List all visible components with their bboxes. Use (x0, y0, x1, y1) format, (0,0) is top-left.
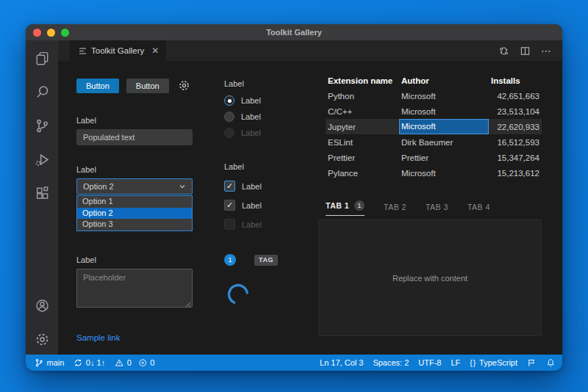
dropdown-select[interactable]: Option 2 (76, 178, 193, 195)
dropdown-value: Option 2 (83, 182, 114, 191)
sample-link[interactable]: Sample link (76, 333, 120, 342)
cell-installs[interactable]: 15,347,264 (489, 153, 542, 162)
cell-name[interactable]: Jupyter (326, 123, 399, 131)
error-icon (138, 358, 148, 368)
primary-button[interactable]: Button (76, 79, 119, 93)
cell-name[interactable]: ESLint (326, 138, 399, 147)
textarea-label: Label (76, 255, 193, 264)
indentation[interactable]: Spaces: 2 (373, 358, 409, 367)
close-window-button[interactable] (33, 29, 41, 37)
tab-3[interactable]: TAB 3 (426, 203, 448, 216)
grid-row-prettier[interactable]: Prettier Prettier 15,347,264 (326, 150, 542, 165)
problems-status[interactable]: 0 0 (115, 358, 154, 368)
eol-sequence[interactable]: LF (451, 358, 461, 367)
cell-name[interactable]: Prettier (326, 153, 399, 162)
bell-icon (546, 358, 556, 368)
title-bar: Toolkit Gallery (26, 24, 562, 40)
cell-author[interactable]: Dirk Baeumer (399, 138, 489, 147)
dropdown-option-2[interactable]: Option 2 (77, 208, 192, 219)
cell-installs[interactable]: 22,620,933 (489, 123, 542, 131)
minimize-window-button[interactable] (47, 29, 55, 37)
more-actions-icon[interactable]: ⋯ (541, 45, 552, 57)
gear-icon-button[interactable] (176, 78, 192, 93)
status-bar: main 0↓ 1↑ 0 0 Ln 17, Col 3 (26, 355, 562, 371)
dropdown-label: Label (76, 165, 193, 174)
run-debug-icon[interactable] (34, 151, 50, 167)
checkbox-checked-icon[interactable]: ✓ (224, 181, 235, 192)
source-control-icon[interactable] (34, 117, 50, 134)
grid-row-jupyter-selected[interactable]: Jupyter Microsoft 22,620,933 (326, 119, 542, 134)
dropdown-option-1[interactable]: Option 1 (77, 196, 192, 208)
sync-icon (74, 358, 83, 368)
grid-header-extension-name: Extension name (326, 76, 399, 85)
text-field-input[interactable] (76, 129, 193, 145)
checkbox-row-focused[interactable]: ✓ Label (224, 181, 323, 192)
column-data-grid: Extension name Author Installs Python Mi… (326, 73, 542, 336)
radio-label: Label (241, 128, 261, 137)
grid-row-eslint[interactable]: ESLint Dirk Baeumer 16,512,593 (326, 134, 542, 150)
tab-4[interactable]: TAB 4 (467, 203, 490, 216)
cell-author[interactable]: Microsoft (399, 107, 489, 116)
open-changes-icon[interactable] (498, 46, 509, 57)
checkbox-row-checked[interactable]: ✓ Label (224, 200, 323, 211)
cell-author-selected[interactable]: Microsoft (399, 119, 489, 134)
grid-row-python[interactable]: Python Microsoft 42,651,663 (326, 88, 542, 104)
tag-chip: TAG (254, 255, 278, 266)
column-form-controls: Button Button Label (76, 78, 193, 344)
warning-count: 0 (127, 358, 132, 367)
accounts-icon[interactable] (34, 297, 50, 313)
radio-unchecked-icon[interactable] (224, 112, 234, 122)
explorer-icon[interactable] (34, 50, 50, 66)
panel-placeholder-text: Replace with content (392, 274, 467, 283)
tab-1[interactable]: TAB 1 1 (326, 200, 365, 216)
cell-author[interactable]: Prettier (399, 153, 489, 162)
grid-row-cpp[interactable]: C/C++ Microsoft 23,513,104 (326, 104, 542, 119)
encoding[interactable]: UTF-8 (418, 358, 441, 367)
cell-author[interactable]: Microsoft (399, 92, 489, 101)
activity-bar (26, 40, 58, 355)
preview-list-icon (79, 47, 87, 55)
radio-row-unchecked[interactable]: Label (224, 112, 323, 122)
textarea-input[interactable] (76, 269, 193, 308)
dropdown-option-3[interactable]: Option 3 (77, 219, 192, 231)
language-mode[interactable]: {} TypeScript (470, 358, 517, 367)
traffic-lights (33, 29, 69, 37)
grid-row-pylance[interactable]: Pylance Microsoft 15,213,612 (326, 165, 542, 181)
editor-actions: ⋯ (498, 40, 562, 61)
cell-installs[interactable]: 23,513,104 (489, 107, 542, 116)
zoom-window-button[interactable] (61, 29, 69, 37)
panel-view: Replace with content (318, 219, 542, 336)
checkbox-checked-icon[interactable]: ✓ (224, 200, 235, 211)
sync-status[interactable]: 0↓ 1↑ (74, 358, 105, 368)
feedback-flag-icon (527, 358, 537, 368)
extensions-icon[interactable] (34, 185, 50, 201)
checkbox-group-label: Label (224, 162, 244, 171)
cursor-position[interactable]: Ln 17, Col 3 (320, 358, 363, 367)
cell-name[interactable]: Pylance (326, 169, 399, 178)
search-icon[interactable] (34, 84, 50, 100)
cell-installs[interactable]: 42,651,663 (489, 92, 542, 101)
radio-row-checked[interactable]: Label (224, 95, 323, 106)
feedback-button[interactable] (527, 358, 537, 368)
window-title: Toolkit Gallery (26, 28, 562, 37)
branch-status[interactable]: main (35, 358, 64, 368)
radio-checked-icon[interactable] (224, 95, 234, 106)
secondary-button[interactable]: Button (126, 79, 169, 93)
git-branch-icon (35, 358, 44, 368)
cell-name[interactable]: Python (326, 92, 399, 101)
tab-toolkit-gallery[interactable]: Toolkit Gallery ✕ (70, 40, 166, 61)
progress-ring (226, 283, 250, 306)
settings-gear-icon[interactable] (34, 331, 50, 347)
cell-name[interactable]: C/C++ (326, 107, 399, 116)
panel-tabs: TAB 1 1 TAB 2 TAB 3 TAB 4 (326, 200, 542, 216)
close-tab-icon[interactable]: ✕ (151, 46, 159, 56)
chevron-down-icon (179, 183, 186, 190)
checkbox-label: Label (242, 220, 262, 229)
cell-installs[interactable]: 15,213,612 (489, 169, 542, 178)
tab-2[interactable]: TAB 2 (384, 203, 406, 216)
split-editor-icon[interactable] (520, 46, 531, 57)
cell-installs[interactable]: 16,512,593 (489, 138, 542, 147)
notifications-button[interactable] (546, 358, 556, 368)
cell-author[interactable]: Microsoft (399, 169, 489, 178)
warning-icon (115, 358, 124, 368)
